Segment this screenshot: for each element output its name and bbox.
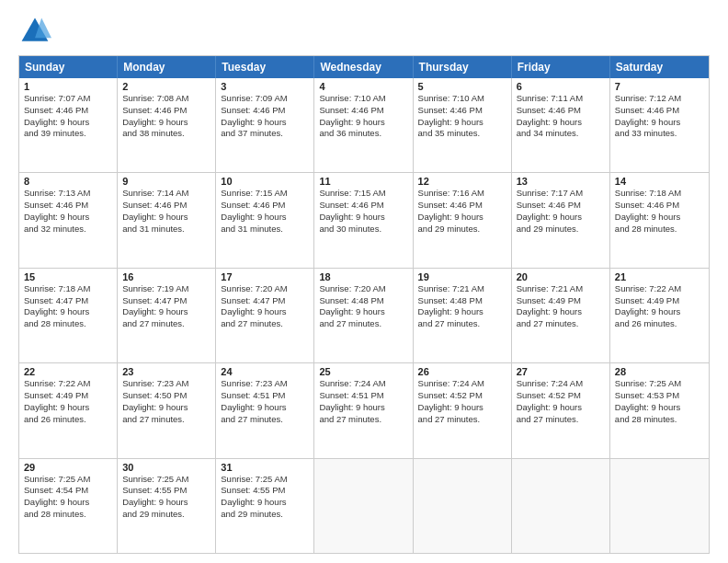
cell-line: Sunset: 4:46 PM — [319, 105, 407, 117]
day-number: 21 — [615, 271, 704, 282]
header-day-monday: Monday — [118, 56, 216, 78]
day-number: 8 — [24, 176, 112, 187]
calendar-cell-12: 12Sunrise: 7:16 AMSunset: 4:46 PMDayligh… — [414, 173, 512, 267]
cell-line: Sunset: 4:49 PM — [24, 390, 112, 402]
cell-line: and 31 minutes. — [221, 224, 309, 236]
cell-line: Sunrise: 7:25 AM — [24, 474, 112, 486]
header-day-saturday: Saturday — [610, 56, 709, 78]
calendar-cell-21: 21Sunrise: 7:22 AMSunset: 4:49 PMDayligh… — [610, 269, 709, 362]
calendar-cell-27: 27Sunrise: 7:24 AMSunset: 4:52 PMDayligh… — [512, 363, 610, 457]
cell-line: Sunrise: 7:25 AM — [615, 378, 704, 390]
cell-line: Sunset: 4:51 PM — [221, 390, 309, 402]
calendar-cell-17: 17Sunrise: 7:20 AMSunset: 4:47 PMDayligh… — [216, 269, 314, 362]
cell-line: Sunset: 4:52 PM — [418, 390, 506, 402]
cell-line: Sunrise: 7:10 AM — [418, 93, 506, 105]
cell-line: Daylight: 9 hours — [517, 212, 605, 224]
cell-line: Sunrise: 7:08 AM — [122, 93, 210, 105]
day-number: 29 — [24, 462, 112, 473]
day-number: 28 — [615, 366, 704, 377]
cell-line: Sunrise: 7:22 AM — [615, 283, 704, 295]
cell-line: Daylight: 9 hours — [319, 402, 407, 414]
day-number: 15 — [24, 271, 112, 282]
cell-line: Daylight: 9 hours — [221, 402, 309, 414]
calendar-header: SundayMondayTuesdayWednesdayThursdayFrid… — [19, 56, 709, 78]
cell-line: and 27 minutes. — [319, 414, 407, 426]
cell-line: Sunrise: 7:17 AM — [517, 188, 605, 200]
cell-line: and 27 minutes. — [418, 318, 506, 330]
cell-line: Daylight: 9 hours — [319, 306, 407, 318]
cell-line: Sunset: 4:48 PM — [418, 295, 506, 307]
header-day-tuesday: Tuesday — [216, 56, 314, 78]
cell-line: and 27 minutes. — [517, 414, 605, 426]
day-number: 19 — [418, 271, 506, 282]
cell-line: Sunset: 4:48 PM — [319, 295, 407, 307]
cell-line: Sunrise: 7:18 AM — [615, 188, 704, 200]
cell-line: Sunrise: 7:22 AM — [24, 378, 112, 390]
calendar-cell-empty-4-5 — [512, 459, 610, 553]
cell-line: Sunrise: 7:20 AM — [319, 283, 407, 295]
cell-line: Sunset: 4:46 PM — [221, 200, 309, 212]
cell-line: and 26 minutes. — [24, 414, 112, 426]
cell-line: Daylight: 9 hours — [615, 402, 704, 414]
cell-line: Sunrise: 7:12 AM — [615, 93, 704, 105]
cell-line: and 37 minutes. — [221, 128, 309, 140]
calendar: SundayMondayTuesdayWednesdayThursdayFrid… — [18, 55, 710, 554]
cell-line: Sunrise: 7:18 AM — [24, 283, 112, 295]
calendar-row-3: 22Sunrise: 7:22 AMSunset: 4:49 PMDayligh… — [19, 362, 709, 457]
cell-line: Sunset: 4:46 PM — [24, 200, 112, 212]
calendar-cell-10: 10Sunrise: 7:15 AMSunset: 4:46 PMDayligh… — [216, 173, 314, 267]
day-number: 4 — [319, 81, 407, 92]
header-day-friday: Friday — [512, 56, 610, 78]
cell-line: Sunrise: 7:21 AM — [418, 283, 506, 295]
day-number: 20 — [517, 271, 605, 282]
calendar-row-0: 1Sunrise: 7:07 AMSunset: 4:46 PMDaylight… — [19, 78, 709, 172]
header — [18, 15, 710, 48]
cell-line: Daylight: 9 hours — [122, 497, 210, 509]
cell-line: Daylight: 9 hours — [517, 117, 605, 129]
cell-line: Sunset: 4:55 PM — [122, 485, 210, 497]
day-number: 14 — [615, 176, 704, 187]
cell-line: Sunset: 4:46 PM — [418, 200, 506, 212]
day-number: 27 — [517, 366, 605, 377]
cell-line: Sunrise: 7:24 AM — [319, 378, 407, 390]
header-day-sunday: Sunday — [19, 56, 118, 78]
calendar-cell-13: 13Sunrise: 7:17 AMSunset: 4:46 PMDayligh… — [512, 173, 610, 267]
cell-line: Sunset: 4:49 PM — [517, 295, 605, 307]
day-number: 9 — [122, 176, 210, 187]
cell-line: Sunrise: 7:23 AM — [221, 378, 309, 390]
calendar-cell-11: 11Sunrise: 7:15 AMSunset: 4:46 PMDayligh… — [314, 173, 413, 267]
day-number: 18 — [319, 271, 407, 282]
cell-line: Daylight: 9 hours — [24, 306, 112, 318]
cell-line: Daylight: 9 hours — [615, 306, 704, 318]
cell-line: Sunrise: 7:11 AM — [517, 93, 605, 105]
calendar-cell-7: 7Sunrise: 7:12 AMSunset: 4:46 PMDaylight… — [610, 78, 709, 172]
cell-line: and 38 minutes. — [122, 128, 210, 140]
cell-line: Sunrise: 7:13 AM — [24, 188, 112, 200]
cell-line: Daylight: 9 hours — [615, 117, 704, 129]
cell-line: Daylight: 9 hours — [221, 212, 309, 224]
calendar-cell-14: 14Sunrise: 7:18 AMSunset: 4:46 PMDayligh… — [610, 173, 709, 267]
calendar-cell-9: 9Sunrise: 7:14 AMSunset: 4:46 PMDaylight… — [118, 173, 216, 267]
cell-line: Daylight: 9 hours — [517, 306, 605, 318]
calendar-cell-5: 5Sunrise: 7:10 AMSunset: 4:46 PMDaylight… — [414, 78, 512, 172]
logo-icon — [18, 15, 51, 48]
calendar-cell-empty-4-4 — [414, 459, 512, 553]
cell-line: Sunset: 4:55 PM — [221, 485, 309, 497]
cell-line: Sunset: 4:46 PM — [122, 105, 210, 117]
cell-line: and 28 minutes. — [615, 414, 704, 426]
cell-line: Sunset: 4:49 PM — [615, 295, 704, 307]
calendar-cell-16: 16Sunrise: 7:19 AMSunset: 4:47 PMDayligh… — [118, 269, 216, 362]
cell-line: and 27 minutes. — [122, 318, 210, 330]
cell-line: Daylight: 9 hours — [517, 402, 605, 414]
header-day-thursday: Thursday — [414, 56, 512, 78]
cell-line: Sunset: 4:53 PM — [615, 390, 704, 402]
day-number: 3 — [221, 81, 309, 92]
calendar-cell-22: 22Sunrise: 7:22 AMSunset: 4:49 PMDayligh… — [19, 363, 118, 457]
cell-line: and 28 minutes. — [615, 224, 704, 236]
calendar-cell-30: 30Sunrise: 7:25 AMSunset: 4:55 PMDayligh… — [118, 459, 216, 553]
day-number: 24 — [221, 366, 309, 377]
day-number: 10 — [221, 176, 309, 187]
cell-line: and 29 minutes. — [122, 509, 210, 521]
cell-line: Daylight: 9 hours — [122, 212, 210, 224]
logo — [18, 15, 55, 48]
